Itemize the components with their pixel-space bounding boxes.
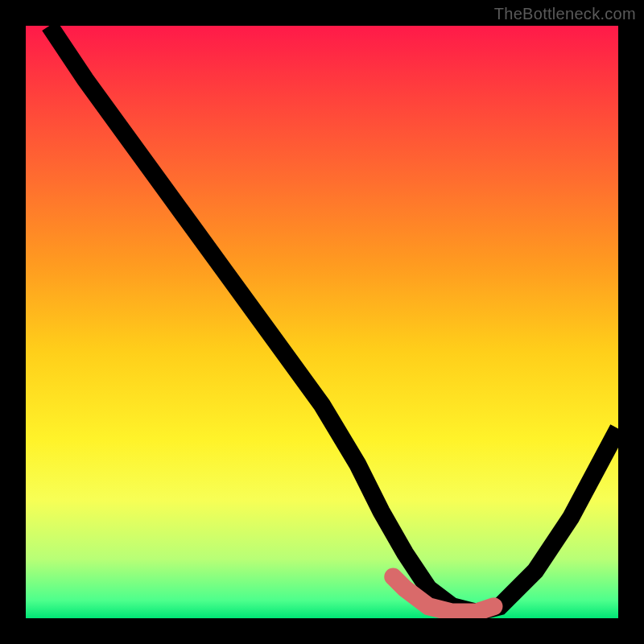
curve-layer [26,26,618,618]
watermark-text: TheBottleneck.com [494,5,636,23]
plot-area [26,26,618,618]
chart-container: TheBottleneck.com [0,0,644,644]
main-curve-line [49,26,618,613]
